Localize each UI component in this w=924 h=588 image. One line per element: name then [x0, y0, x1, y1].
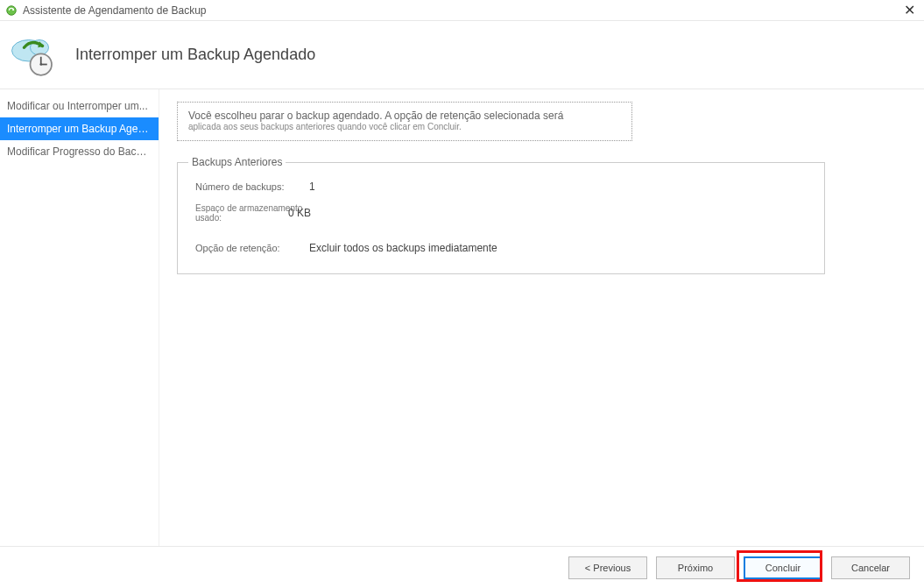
sidebar-item-modify-progress[interactable]: Modificar Progresso do Backup: [0, 140, 159, 163]
previous-button[interactable]: < Previous: [568, 556, 647, 579]
window-title: Assistente de Agendamento de Backup: [23, 4, 206, 17]
info-box-line1: Você escolheu parar o backup agendado. A…: [188, 110, 621, 122]
sidebar-item-modify-stop[interactable]: Modificar ou Interromper um...: [0, 95, 159, 117]
page-title: Interromper um Backup Agendado: [75, 46, 315, 64]
close-icon[interactable]: ✕: [900, 2, 919, 18]
info-box-line2: aplicada aos seus backups anteriores qua…: [188, 122, 621, 131]
num-backups-label: Número de backups:: [195, 181, 309, 192]
body: Modificar ou Interromper um... Interromp…: [0, 89, 924, 546]
backup-cloud-icon: [9, 31, 58, 80]
svg-point-0: [7, 5, 17, 15]
row-num-backups: Número de backups: 1: [195, 181, 807, 193]
next-button[interactable]: Próximo: [656, 556, 735, 579]
content: Você escolheu parar o backup agendado. A…: [159, 89, 924, 546]
cancel-button[interactable]: Cancelar: [831, 556, 910, 579]
info-box: Você escolheu parar o backup agendado. A…: [177, 102, 632, 141]
retention-value: Excluir todos os backups imediatamente: [309, 242, 497, 254]
retention-label: Opção de retenção:: [195, 243, 309, 253]
row-storage: Espaço de armazenamento usado: 0 KB: [195, 203, 807, 223]
storage-value: 0 KB: [288, 207, 311, 219]
app-icon: [5, 4, 18, 17]
footer: < Previous Próximo Concluir Cancelar: [0, 546, 924, 588]
header: Interromper um Backup Agendado: [0, 21, 924, 89]
titlebar: Assistente de Agendamento de Backup ✕: [0, 0, 924, 21]
sidebar-item-stop-scheduled[interactable]: Interromper um Backup Agendado: [0, 117, 159, 140]
sidebar: Modificar ou Interromper um... Interromp…: [0, 89, 159, 546]
fieldset-legend: Backups Anteriores: [188, 156, 286, 168]
previous-backups-fieldset: Backups Anteriores Número de backups: 1 …: [177, 162, 825, 274]
titlebar-left: Assistente de Agendamento de Backup: [5, 4, 206, 17]
row-retention: Opção de retenção: Excluir todos os back…: [195, 242, 807, 254]
num-backups-value: 1: [309, 181, 315, 193]
finish-button[interactable]: Concluir: [744, 556, 822, 579]
